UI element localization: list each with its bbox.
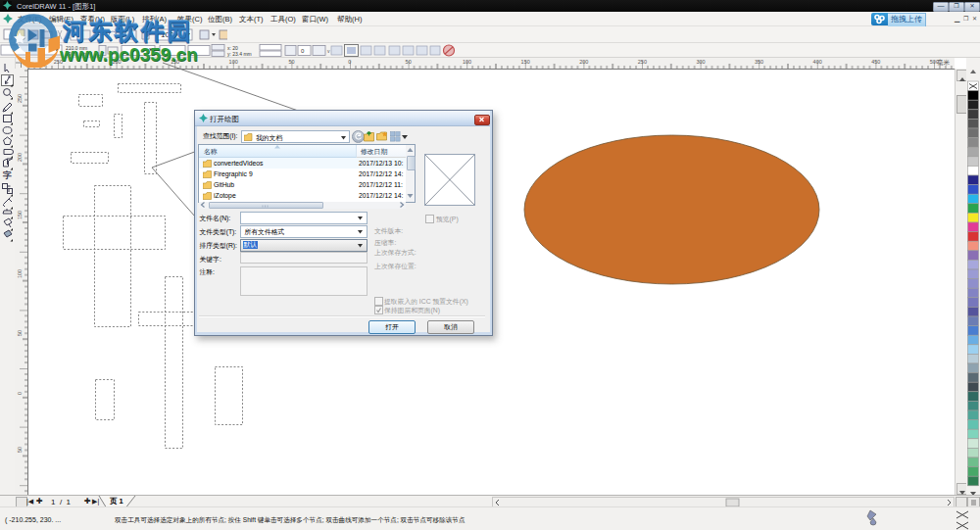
svg-text:297.0 mm: 297.0 mm	[66, 51, 87, 57]
svg-text:y: 23.4 mm: y: 23.4 mm	[227, 51, 252, 57]
svg-text:200: 200	[17, 153, 23, 162]
svg-text:100%: 100%	[161, 30, 180, 39]
svg-text:50: 50	[17, 447, 23, 453]
svg-text:0: 0	[17, 392, 23, 395]
svg-text:字: 字	[2, 170, 12, 180]
svg-text:250: 250	[17, 94, 23, 103]
svg-text:50: 50	[17, 330, 23, 336]
svg-text:150: 150	[17, 211, 23, 219]
svg-text:100: 100	[17, 269, 23, 278]
svg-text:v: v	[327, 48, 330, 54]
